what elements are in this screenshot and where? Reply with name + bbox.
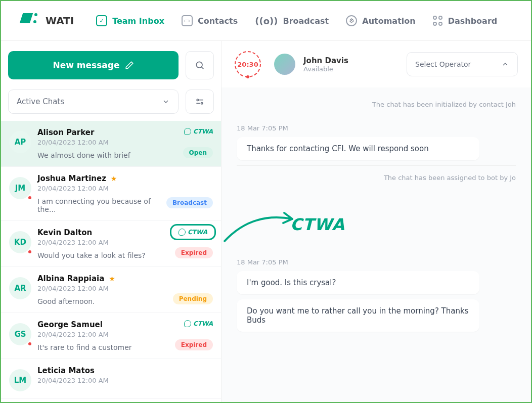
chat-time: 20/04/2023 12:00 AM (37, 377, 109, 384)
nav-dashboard[interactable]: Dashboard (433, 16, 498, 26)
left-panel: New message Active Chats AP Alison Parke… (1, 41, 221, 403)
filter-button[interactable] (186, 89, 214, 114)
chat-preview: I am connecting you because of the... (37, 197, 166, 213)
message-bubble: I'm good. Is this crysal? (237, 271, 479, 294)
message-bubble: Thanks for contacting CFI. We will respo… (237, 137, 479, 160)
logo[interactable]: WATI (16, 10, 79, 31)
chat-avatar: AR (9, 277, 31, 299)
svg-point-2 (197, 99, 198, 101)
contact-status: Available (303, 65, 348, 73)
star-icon: ★ (108, 174, 117, 183)
chat-name: George Samuel (37, 320, 109, 329)
ctwa-badge-highlighted: CTWA (179, 229, 207, 236)
chat-name: Leticia Matos (37, 366, 109, 375)
new-message-button[interactable]: New message (8, 51, 179, 79)
timestamp: 18 Mar 7:05 PM (237, 124, 516, 132)
chat-avatar: LM (9, 369, 31, 391)
session-timer: 20:30 (235, 51, 261, 77)
chat-preview: It's rare to find a customer (37, 343, 132, 351)
chat-preview: Good afternoon. (37, 297, 95, 305)
top-nav: WATI ✓ Team Inbox ▭ Contacts ((o)) Broad… (1, 1, 531, 41)
message-thread: The chat has been initialized by contact… (221, 87, 531, 403)
chat-name: Alison Parker (37, 128, 109, 137)
chevron-down-icon (162, 98, 170, 106)
search-button[interactable] (186, 51, 214, 79)
nav-automation[interactable]: ⚙ Automation (346, 15, 415, 26)
svg-line-1 (201, 67, 203, 69)
status-badge: Expired (175, 247, 213, 258)
chat-list-item[interactable]: KD Kevin Dalton 20/04/2023 12:00 AM Woul… (1, 221, 221, 267)
contact-name: John Davis (303, 56, 348, 65)
chat-name: Joshua Martinez ★ (37, 174, 117, 183)
star-icon: ★ (106, 275, 115, 283)
ctwa-badge: CTWA (184, 128, 213, 135)
chat-time: 20/04/2023 12:00 AM (37, 239, 109, 246)
contacts-icon: ▭ (182, 15, 193, 26)
chat-preview: Would you take a look at files? (37, 251, 146, 259)
ctwa-annotation: CTWA (290, 215, 345, 234)
pencil-icon (125, 61, 134, 70)
chat-list-item[interactable]: AR Albina Rappiaia ★ 20/04/2023 12:00 AM… (1, 267, 221, 313)
chat-list-item[interactable]: JM Joshua Martinez ★ 20/04/2023 12:00 AM… (1, 167, 221, 221)
chat-avatar: GS (9, 323, 31, 345)
chat-time: 20/04/2023 12:00 AM (37, 139, 109, 146)
chat-time: 20/04/2023 12:00 AM (37, 285, 115, 292)
status-badge: Open (183, 147, 213, 158)
broadcast-icon: ((o)) (255, 16, 278, 26)
chat-list: AP Alison Parker 20/04/2023 12:00 AM CTW… (1, 121, 221, 403)
chevron-up-icon (501, 60, 509, 68)
status-badge: Expired (175, 339, 213, 350)
status-badge: Pending (173, 293, 213, 304)
search-icon (195, 60, 205, 70)
inbox-icon: ✓ (96, 15, 107, 26)
chat-list-item[interactable]: LM Leticia Matos 20/04/2023 12:00 AM (1, 359, 221, 399)
wati-logo-icon (21, 12, 38, 29)
select-operator-dropdown[interactable]: Select Operator (407, 52, 518, 76)
message-bubble: Do you want me to rather call you in the… (237, 299, 479, 332)
svg-point-0 (196, 62, 202, 68)
system-message: The chat has been assigned to bot by Jo (237, 165, 516, 190)
chat-avatar: JM (9, 177, 31, 199)
chat-list-item[interactable]: GS George Samuel 20/04/2023 12:00 AM CTW… (1, 313, 221, 359)
automation-icon: ⚙ (346, 15, 357, 26)
ctwa-badge: CTWA (184, 320, 213, 327)
brand-name: WATI (46, 15, 74, 27)
chat-avatar: KD (9, 231, 31, 253)
svg-point-4 (201, 103, 203, 104)
chat-preview: We almost done with brief (37, 151, 130, 159)
sliders-icon (195, 97, 205, 107)
nav-team-inbox[interactable]: ✓ Team Inbox (96, 15, 164, 26)
chat-list-item[interactable]: AP Alison Parker 20/04/2023 12:00 AM CTW… (1, 121, 221, 167)
chat-avatar: AP (9, 131, 31, 153)
chat-time: 20/04/2023 12:00 AM (37, 185, 117, 192)
nav-contacts[interactable]: ▭ Contacts (182, 15, 238, 26)
timestamp: 18 Mar 7:05 PM (237, 258, 516, 266)
status-badge: Broadcast (166, 197, 213, 208)
chat-name: Albina Rappiaia ★ (37, 274, 115, 283)
conversation-panel: 20:30 John Davis Available Select Operat… (221, 41, 531, 403)
active-chats-dropdown[interactable]: Active Chats (8, 89, 179, 114)
nav-broadcast[interactable]: ((o)) Broadcast (255, 16, 329, 26)
chat-time: 20/04/2023 12:00 AM (37, 331, 109, 338)
contact-avatar[interactable] (274, 54, 295, 75)
chat-name: Kevin Dalton (37, 228, 109, 237)
conversation-header: 20:30 John Davis Available Select Operat… (221, 41, 531, 87)
system-message: The chat has been initialized by contact… (237, 93, 516, 116)
dashboard-icon (433, 16, 443, 26)
